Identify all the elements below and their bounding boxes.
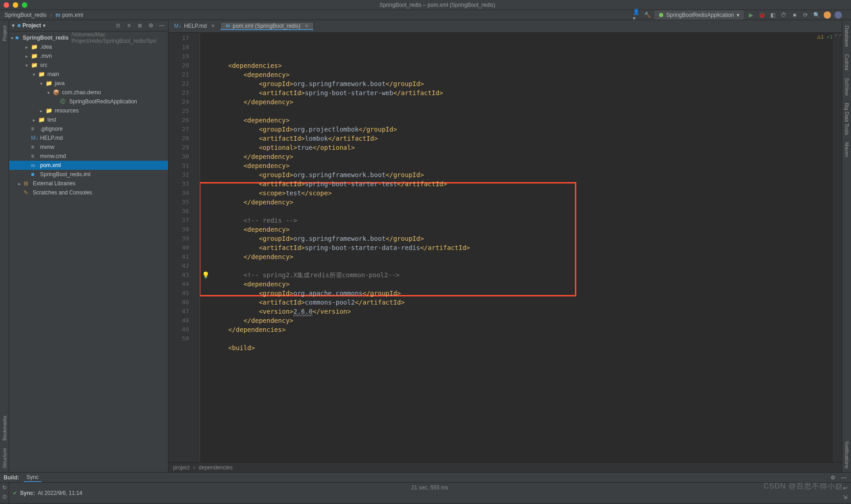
- search-icon[interactable]: 🔍: [813, 11, 820, 19]
- tree-item-resources[interactable]: 📁resources: [9, 106, 168, 115]
- editor-right-gutter[interactable]: ⚠1 ✓1 ˆ ˇ: [833, 33, 842, 462]
- close-window-button[interactable]: [4, 2, 9, 8]
- tree-item-main[interactable]: 📁main: [9, 70, 168, 79]
- code-line-37[interactable]: <artifactId>spring-boot-starter-data-red…: [213, 243, 833, 252]
- code-line-39[interactable]: [213, 261, 833, 270]
- code-line-30[interactable]: <artifactId>spring-boot-starter-test</ar…: [213, 179, 833, 188]
- code-line-28[interactable]: <dependency>: [213, 161, 833, 170]
- sidebar-tab-bookmarks[interactable]: Bookmarks: [1, 412, 8, 444]
- tree-arrow[interactable]: [26, 63, 31, 68]
- code-line-46[interactable]: </dependencies>: [213, 325, 833, 334]
- tree-item-pom-xml[interactable]: mpom.xml: [9, 161, 168, 170]
- tree-arrow[interactable]: [40, 108, 46, 113]
- tree-arrow[interactable]: [18, 181, 24, 186]
- warning-indicator[interactable]: ⚠1: [817, 35, 824, 40]
- code-line-21[interactable]: </dependency>: [213, 97, 833, 107]
- code-line-34[interactable]: <!-- redis -->: [213, 216, 833, 225]
- tree-item-test[interactable]: 📁test: [9, 115, 168, 124]
- tree-item-src[interactable]: 📁src: [9, 61, 168, 70]
- fold-gutter[interactable]: [194, 33, 200, 462]
- select-opened-file-icon[interactable]: ⊙: [114, 22, 122, 29]
- code-line-23[interactable]: <dependency>: [213, 116, 833, 125]
- settings-icon[interactable]: ⚙: [147, 22, 154, 29]
- editor-breadcrumb[interactable]: project › dependencies: [169, 462, 842, 472]
- code-line-26[interactable]: <optional>true</optional>: [213, 143, 833, 152]
- sidebar-tab-database[interactable]: Database: [843, 22, 851, 51]
- tree-item-java[interactable]: 📁java: [9, 79, 168, 88]
- chevron-up-icon[interactable]: ˆ: [835, 35, 836, 40]
- code-line-27[interactable]: </dependency>: [213, 152, 833, 161]
- sidebar-tab-bigdata[interactable]: Big Data Tools: [843, 99, 851, 139]
- sidebar-tab-codota[interactable]: Codota: [843, 51, 851, 74]
- tree-item-springbootredisapplication[interactable]: ⒸSpringBootRedisApplication: [9, 97, 168, 106]
- code-line-42[interactable]: <groupId>org.apache.commons</groupId>: [213, 289, 833, 298]
- code-content[interactable]: <dependencies> <dependency> <groupId>org…: [200, 33, 833, 462]
- expand-all-icon[interactable]: ≡: [125, 22, 133, 29]
- sidebar-tab-maven[interactable]: Maven: [843, 138, 851, 161]
- code-line-38[interactable]: </dependency>: [213, 252, 833, 261]
- run-config-selector[interactable]: ⬢ SpringBootRedisApplication ▾: [655, 10, 743, 20]
- crumb-project[interactable]: project: [173, 464, 190, 471]
- tree-arrow[interactable]: [40, 81, 46, 86]
- tab-close-icon[interactable]: ×: [211, 23, 215, 29]
- tree-arrow[interactable]: [33, 72, 38, 77]
- breadcrumb-project[interactable]: SpringBoot_redis: [5, 12, 46, 18]
- tree-item-external-libraries[interactable]: ⊞External Libraries: [9, 179, 168, 188]
- minimize-window-button[interactable]: [13, 2, 18, 8]
- breadcrumb[interactable]: SpringBoot_redis › mpom.xml: [5, 12, 83, 18]
- rerun-icon[interactable]: ↻: [1, 484, 8, 491]
- code-line-20[interactable]: <artifactId>spring-boot-starter-web</art…: [213, 88, 833, 97]
- update-indexes-icon[interactable]: ⟳: [802, 11, 809, 19]
- tree-item-mvnw-cmd[interactable]: ≡mvnw.cmd: [9, 152, 168, 161]
- account-icon[interactable]: [835, 11, 842, 19]
- maximize-window-button[interactable]: [22, 2, 27, 8]
- tree-item-mvnw[interactable]: ≡mvnw: [9, 143, 168, 152]
- code-line-47[interactable]: [213, 334, 833, 343]
- sidebar-tab-notifications[interactable]: Notifications: [843, 438, 851, 472]
- profiler-button[interactable]: ⏱: [780, 11, 787, 19]
- code-line-36[interactable]: <groupId>org.springframework.boot</group…: [213, 234, 833, 243]
- sidebar-tab-structure[interactable]: Structure: [1, 444, 8, 472]
- tree-item-help-md[interactable]: M↓HELP.md: [9, 133, 168, 143]
- tree-arrow[interactable]: [33, 117, 38, 122]
- tree-item--mvn[interactable]: 📁.mvn: [9, 51, 168, 61]
- code-line-44[interactable]: <version>2.6.0</version>: [213, 307, 833, 316]
- collapse-all-icon[interactable]: ≣: [136, 22, 144, 29]
- intention-bulb-icon[interactable]: 💡: [202, 270, 210, 280]
- code-line-33[interactable]: [213, 207, 833, 216]
- code-line-41[interactable]: <dependency>: [213, 280, 833, 289]
- editor[interactable]: 1718192021222324252627282930313233343536…: [169, 33, 842, 462]
- tree-arrow[interactable]: [47, 90, 53, 95]
- ok-indicator[interactable]: ✓1: [826, 35, 833, 40]
- sync-status[interactable]: ✔ Sync: At 2022/9/6, 11:14: [13, 484, 82, 501]
- code-line-19[interactable]: <groupId>org.springframework.boot</group…: [213, 79, 833, 88]
- user-icon[interactable]: 👤▾: [633, 11, 640, 19]
- code-line-22[interactable]: [213, 107, 833, 116]
- tree-arrow[interactable]: [11, 36, 15, 41]
- code-line-24[interactable]: <groupId>org.projectlombok</groupId>: [213, 125, 833, 134]
- sidebar-tab-sciview[interactable]: SciView: [843, 74, 851, 99]
- breadcrumb-file[interactable]: mpom.xml: [56, 12, 83, 18]
- tree-arrow[interactable]: [26, 54, 31, 59]
- tree-item-scratches-and-consoles[interactable]: ✎Scratches and Consoles: [9, 188, 168, 197]
- code-line-40[interactable]: <!-- spring2.X集成redis所需common-pool2-->💡: [213, 270, 833, 280]
- tree-arrow[interactable]: [26, 45, 31, 50]
- debug-button[interactable]: 🐞: [758, 11, 765, 19]
- code-line-31[interactable]: <scope>test</scope>: [213, 188, 833, 198]
- sidebar-tab-project[interactable]: Project: [1, 22, 8, 45]
- stop-button[interactable]: ■: [791, 11, 798, 19]
- code-line-43[interactable]: <artifactId>commons-pool2</artifactId>: [213, 298, 833, 307]
- chevron-down-icon[interactable]: ˇ: [840, 35, 841, 40]
- settings-icon[interactable]: ⚙: [829, 474, 836, 481]
- code-line-25[interactable]: <artifactId>lombok</artifactId>: [213, 134, 833, 143]
- target-icon[interactable]: ⊙: [1, 494, 8, 500]
- run-button[interactable]: ▶: [747, 11, 754, 19]
- editor-tab-help-md[interactable]: M↓HELP.md×: [169, 23, 220, 29]
- build-tab-sync[interactable]: Sync: [24, 473, 41, 482]
- code-line-32[interactable]: </dependency>: [213, 198, 833, 207]
- chevron-down-icon[interactable]: ▾: [12, 22, 15, 29]
- hide-panel-icon[interactable]: —: [158, 22, 165, 29]
- chevron-down-icon[interactable]: ▾: [43, 22, 46, 29]
- build-hammer-icon[interactable]: 🔨: [644, 11, 651, 19]
- tree-item-springboot-redis-iml[interactable]: ■SpringBoot_redis.iml: [9, 170, 168, 179]
